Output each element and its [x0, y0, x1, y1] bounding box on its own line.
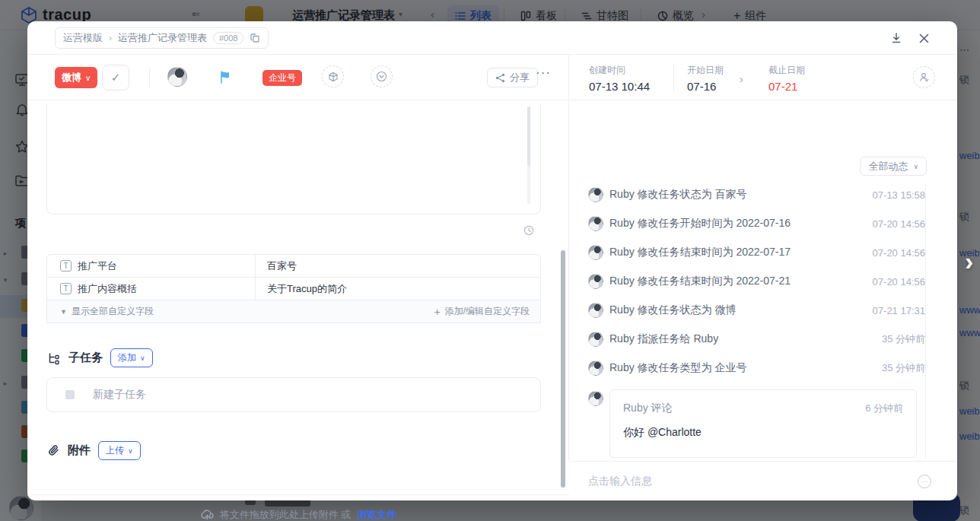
comment-author: Ruby 评论 — [623, 402, 673, 415]
add-subtask-button[interactable]: 添加 ∨ — [110, 348, 153, 367]
emoji-picker-icon[interactable]: ··· — [918, 475, 931, 488]
priority-flag-icon[interactable] — [219, 71, 231, 84]
next-record-arrow[interactable]: › — [965, 248, 973, 274]
field-value-cell[interactable]: 百家号 — [256, 255, 540, 277]
task-toolbar: 微博 ∨ ✓ 企业号 分享 — [27, 55, 569, 100]
field-label-cell: T 推广内容概括 — [47, 278, 256, 300]
subtask-tree-icon — [47, 351, 61, 365]
field-label-cell: T 推广平台 — [47, 255, 256, 277]
task-main-panel: 微博 ∨ ✓ 企业号 分享 — [27, 55, 569, 461]
chevron-down-icon: ∨ — [913, 163, 918, 170]
more-actions-icon[interactable]: ··· — [536, 65, 551, 81]
comment-avatar — [588, 391, 603, 406]
plus-icon: + — [434, 306, 440, 318]
activity-item: Ruby 修改任务类型为 企业号35 分钟前 — [569, 354, 925, 383]
attachments-title: 附件 — [68, 443, 91, 458]
toolbar-divider — [149, 68, 150, 87]
created-value: 07-13 10:44 — [589, 80, 650, 93]
show-all-fields-toggle[interactable]: ▼ 显示全部自定义字段 — [60, 305, 154, 318]
add-edit-fields-link[interactable]: + 添加/编辑自定义字段 — [434, 305, 530, 318]
task-id-badge: #008 — [213, 32, 243, 44]
comment-header: Ruby 评论 6 分钟前 — [623, 402, 903, 415]
activity-item: Ruby 修改任务状态为 微博07-21 17:31 — [569, 296, 925, 325]
paperclip-icon — [47, 444, 60, 457]
due-date-label: 截止日期 — [768, 64, 805, 77]
activity-avatar — [588, 303, 603, 318]
add-follower-icon[interactable] — [913, 66, 935, 88]
history-clock-icon[interactable] — [523, 225, 534, 236]
modal-header: 运营模版 › 运营推广记录管理表 #008 — [27, 21, 957, 55]
chevron-down-icon: ∨ — [128, 447, 133, 455]
activity-avatar — [588, 274, 603, 289]
activity-item: Ruby 修改任务结束时间为 2022-07-1707-20 14:56 — [569, 238, 925, 267]
version-circle-icon[interactable] — [371, 65, 393, 87]
complete-task-button[interactable]: ✓ — [102, 65, 129, 91]
breadcrumb-parent[interactable]: 运营模版 — [63, 31, 103, 45]
attachments-section-header: 附件 上传 ∨ — [47, 441, 141, 460]
created-time-block: 创建时间 07-13 10:44 — [589, 64, 650, 93]
description-scrollbar-thumb[interactable] — [527, 106, 530, 166]
message-input[interactable]: 点击输入信息 — [588, 475, 918, 488]
activity-avatar — [588, 216, 603, 231]
activity-item: Ruby 修改任务状态为 百家号07-13 15:58 — [569, 180, 925, 209]
subtasks-title: 子任务 — [68, 351, 103, 365]
dates-row: 创建时间 07-13 10:44 开始日期 07-16 › 截止日期 07-21 — [569, 55, 957, 100]
field-value-cell[interactable]: 关于Tracup的简介 — [256, 278, 540, 300]
activity-avatar — [588, 187, 603, 202]
file-dropzone[interactable]: 将文件拖放到此处上传附件 或 浏览文件 — [27, 494, 569, 521]
comment-time: 6 分钟前 — [865, 402, 903, 415]
chevron-down-icon: ∨ — [85, 74, 91, 82]
comment-card: Ruby 评论 6 分钟前 你好 @Charlotte — [609, 389, 917, 458]
start-date-value: 07-16 — [687, 80, 724, 93]
activity-item: Ruby 修改任务开始时间为 2022-07-1607-20 14:56 — [569, 209, 925, 238]
collapse-modal-icon[interactable] — [887, 29, 905, 47]
assignee-avatar[interactable] — [167, 67, 187, 87]
text-field-type-icon: T — [60, 260, 72, 272]
dates-divider — [673, 64, 674, 91]
start-date-label: 开始日期 — [687, 64, 724, 77]
description-editor[interactable] — [46, 103, 541, 214]
text-field-type-icon: T — [60, 283, 72, 294]
dropzone-text: 将文件拖放到此处上传附件 或 — [220, 508, 352, 521]
breadcrumb[interactable]: 运营模版 › 运营推广记录管理表 #008 — [55, 27, 269, 49]
breadcrumb-separator-icon: › — [109, 33, 112, 43]
created-label: 创建时间 — [589, 64, 650, 77]
chevron-down-icon: ∨ — [140, 354, 145, 362]
subtasks-section-header: 子任务 添加 ∨ — [47, 348, 153, 367]
custom-fields-footer: ▼ 显示全部自定义字段 + 添加/编辑自定义字段 — [47, 300, 540, 322]
custom-fields-table: T 推广平台 百家号 T 推广内容概括 关于Tracup的简介 ▼ 显示全部自定 — [46, 254, 541, 323]
cloud-upload-icon — [200, 509, 214, 520]
field-row[interactable]: T 推广平台 百家号 — [47, 255, 540, 278]
breadcrumb-title[interactable]: 运营推广记录管理表 — [118, 31, 207, 45]
date-range-chevron-icon: › — [740, 73, 743, 85]
screen: tracup ⇐ 运营推广记录管理表 ▾ ‹ 列表 看板 甘特图 — [0, 0, 980, 521]
module-cube-icon[interactable] — [322, 65, 344, 87]
share-nodes-icon — [495, 73, 505, 83]
activity-avatar — [588, 332, 603, 347]
close-modal-icon[interactable] — [915, 29, 933, 47]
new-subtask-placeholder: 新建子任务 — [93, 388, 146, 402]
task-detail-modal: 运营模版 › 运营推广记录管理表 #008 微博 ∨ ✓ — [27, 21, 957, 500]
activity-item: Ruby 指派任务给 Ruby35 分钟前 — [569, 325, 925, 354]
start-date-block[interactable]: 开始日期 07-16 — [687, 64, 724, 93]
task-type-badge[interactable]: 企业号 — [262, 70, 302, 86]
activity-avatar — [588, 361, 603, 376]
status-dropdown-button[interactable]: 微博 ∨ — [55, 67, 97, 88]
comment-body: 你好 @Charlotte — [623, 426, 903, 440]
subtask-checkbox — [65, 390, 75, 399]
due-date-block[interactable]: 截止日期 07-21 — [768, 64, 805, 93]
new-subtask-input[interactable]: 新建子任务 — [46, 377, 541, 412]
browse-files-link[interactable]: 浏览文件 — [357, 508, 396, 521]
upload-attachment-button[interactable]: 上传 ∨ — [98, 441, 141, 460]
caret-down-icon: ▼ — [60, 308, 67, 316]
field-row[interactable]: T 推广内容概括 关于Tracup的简介 — [47, 278, 540, 300]
activity-item: Ruby 修改任务结束时间为 2022-07-2107-20 14:56 — [569, 267, 925, 296]
share-button[interactable]: 分享 — [487, 68, 538, 87]
left-panel-scrollbar[interactable] — [561, 250, 565, 488]
activity-avatar — [588, 245, 603, 260]
message-input-bar: 点击输入信息 ··· — [569, 461, 957, 500]
activity-filter-dropdown[interactable]: 全部动态 ∨ — [860, 157, 927, 176]
due-date-value: 07-21 — [768, 80, 805, 93]
copy-link-icon[interactable] — [250, 33, 260, 43]
right-panel-scrollbar-track[interactable] — [925, 184, 926, 458]
